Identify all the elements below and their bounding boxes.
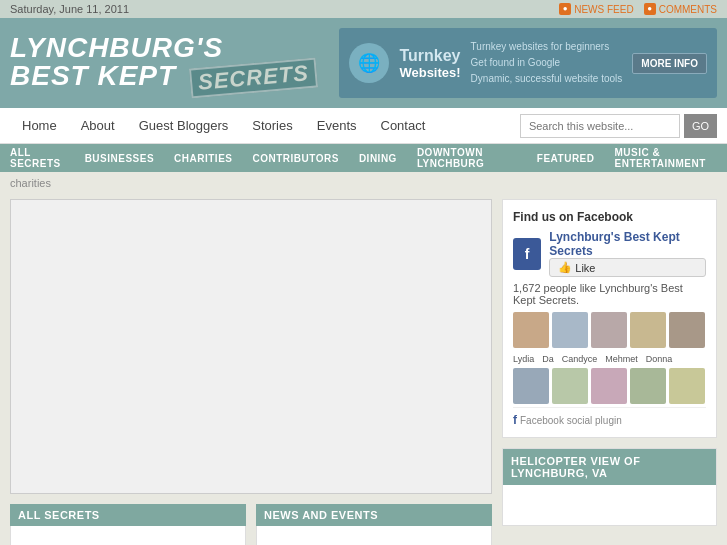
nav-about[interactable]: About [69, 108, 127, 143]
fb-photo-7 [552, 368, 588, 404]
cat-dining[interactable]: DINING [349, 144, 407, 172]
ad-list: Turnkey websites for beginners Get found… [471, 39, 623, 87]
fb-photo-8 [591, 368, 627, 404]
news-events-content [256, 526, 492, 545]
fb-photo-10 [669, 368, 705, 404]
helicopter-content [503, 485, 716, 525]
helicopter-header: HELICOPTER VIEW OF LYNCHBURG, VA [503, 449, 716, 485]
news-events-header: NEWS AND EVENTS [256, 504, 492, 526]
fb-photo-4 [630, 312, 666, 348]
fb-like-button[interactable]: 👍 Like [549, 258, 706, 277]
breadcrumb: charities [0, 172, 727, 194]
search-button[interactable]: GO [684, 114, 717, 138]
featured-image [10, 199, 492, 494]
content-area: ALL SECRETS NEWS AND EVENTS [10, 199, 492, 545]
search-area: GO [520, 114, 717, 138]
fb-photo-6 [513, 368, 549, 404]
fb-photos-row1 [513, 312, 706, 348]
facebook-widget-title: Find us on Facebook [513, 210, 706, 224]
nav-bar: Home About Guest Bloggers Stories Events… [0, 108, 727, 144]
more-info-button[interactable]: MORE INFO [632, 53, 707, 74]
fb-names: Lydia Da Candyce Mehmet Donna [513, 354, 706, 364]
comments-link[interactable]: ● COMMENTS [644, 3, 717, 15]
all-secrets-header: ALL SECRETS [10, 504, 246, 526]
helicopter-widget: HELICOPTER VIEW OF LYNCHBURG, VA [502, 448, 717, 526]
fb-like-area: f Lynchburg's Best Kept Secrets 👍 Like [513, 230, 706, 277]
cat-featured[interactable]: FEATURED [527, 144, 605, 172]
site-title: LYNCHBURG'S BEST KEPT SECRETS [10, 34, 317, 93]
ad-banner[interactable]: 🌐 Turnkey Websites! Turnkey websites for… [339, 28, 717, 98]
date-text: Saturday, June 11, 2011 [10, 3, 129, 15]
nav-guest-bloggers[interactable]: Guest Bloggers [127, 108, 241, 143]
ad-icon: 🌐 [349, 43, 389, 83]
rss-icon-comments: ● [644, 3, 656, 15]
fb-photos-row2 [513, 368, 706, 404]
fb-photo-3 [591, 312, 627, 348]
ad-text: Turnkey Websites! [399, 46, 460, 80]
facebook-widget: Find us on Facebook f Lynchburg's Best K… [502, 199, 717, 438]
nav-contact[interactable]: Contact [369, 108, 438, 143]
fb-f-icon: f [513, 413, 517, 427]
cat-all-secrets[interactable]: ALL SECRETS [0, 144, 75, 172]
fb-logo: f [513, 238, 541, 270]
nav-stories[interactable]: Stories [240, 108, 304, 143]
top-bar: Saturday, June 11, 2011 ● NEWS FEED ● CO… [0, 0, 727, 18]
nav-events[interactable]: Events [305, 108, 369, 143]
site-title-line2: BEST KEPT SECRETS [10, 62, 317, 93]
cat-contributors[interactable]: CONTRIBUTORS [243, 144, 349, 172]
news-events-box: NEWS AND EVENTS [256, 504, 492, 545]
nav-links: Home About Guest Bloggers Stories Events… [10, 108, 437, 143]
rss-links: ● NEWS FEED ● COMMENTS [559, 3, 717, 15]
fb-photo-1 [513, 312, 549, 348]
fb-page-name[interactable]: Lynchburg's Best Kept Secrets [549, 230, 706, 258]
thumbs-up-icon: 👍 [558, 261, 572, 274]
main-content: ALL SECRETS NEWS AND EVENTS Find us on F… [0, 194, 727, 545]
facebook-widget-content: Find us on Facebook f Lynchburg's Best K… [503, 200, 716, 437]
cat-downtown-lynchburg[interactable]: DOWNTOWN LYNCHBURG [407, 144, 527, 172]
site-title-line1: LYNCHBURG'S [10, 34, 317, 62]
newsfeed-link[interactable]: ● NEWS FEED [559, 3, 633, 15]
site-header: LYNCHBURG'S BEST KEPT SECRETS 🌐 Turnkey … [0, 18, 727, 108]
cat-music-entertainment[interactable]: MUSIC & ENTERTAINMENT [605, 144, 728, 172]
fb-photo-9 [630, 368, 666, 404]
secrets-stamp: SECRETS [189, 57, 318, 98]
nav-home[interactable]: Home [10, 108, 69, 143]
cat-businesses[interactable]: BUSINESSES [75, 144, 164, 172]
cat-charities[interactable]: CHARITIES [164, 144, 242, 172]
fb-plugin-line: f Facebook social plugin [513, 407, 706, 427]
bottom-grid: ALL SECRETS NEWS AND EVENTS [10, 504, 492, 545]
category-bar: ALL SECRETS BUSINESSES CHARITIES CONTRIB… [0, 144, 727, 172]
all-secrets-box: ALL SECRETS [10, 504, 246, 545]
fb-page-info: Lynchburg's Best Kept Secrets 👍 Like [549, 230, 706, 277]
search-input[interactable] [520, 114, 680, 138]
fb-photo-2 [552, 312, 588, 348]
rss-icon-newsfeed: ● [559, 3, 571, 15]
fb-count: 1,672 people like Lynchburg's Best Kept … [513, 282, 706, 306]
sidebar: Find us on Facebook f Lynchburg's Best K… [502, 199, 717, 545]
fb-photo-5 [669, 312, 705, 348]
all-secrets-content [10, 526, 246, 545]
